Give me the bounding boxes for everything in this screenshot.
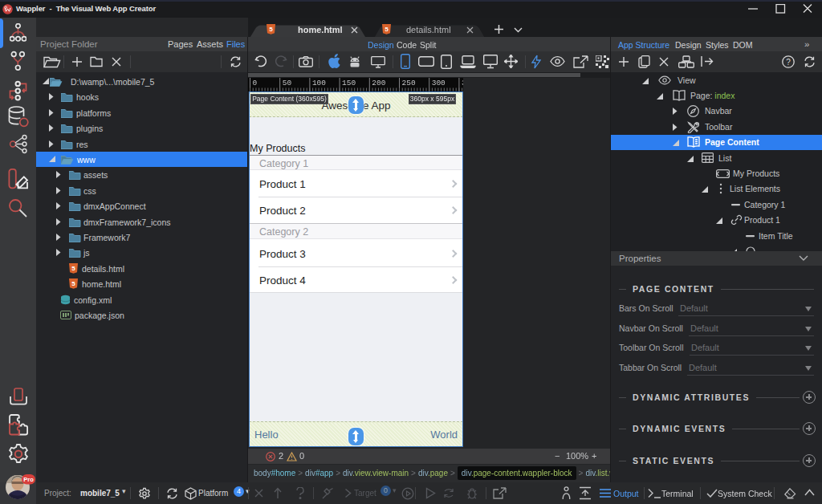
svg-text:200: 200 — [372, 79, 385, 87]
svg-text:3: 3 — [462, 79, 463, 87]
svg-text:250: 250 — [402, 79, 416, 87]
svg-text:100: 100 — [312, 79, 326, 87]
svg-text:300: 300 — [432, 79, 446, 87]
svg-text:50: 50 — [283, 79, 292, 87]
svg-text:0: 0 — [253, 79, 258, 87]
svg-text:?: ? — [786, 58, 791, 67]
svg-text:Pro: Pro — [23, 476, 34, 483]
svg-text:150: 150 — [342, 79, 356, 87]
